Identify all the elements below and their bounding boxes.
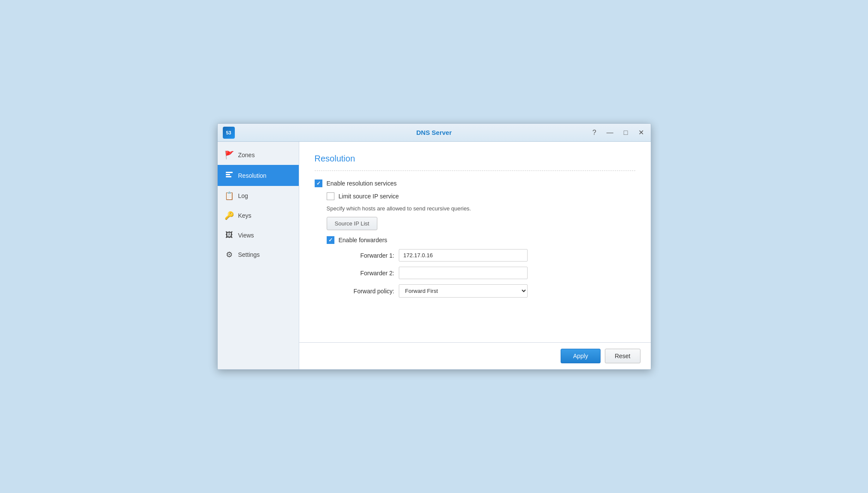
enable-forwarders-row: Enable forwarders	[327, 236, 635, 244]
enable-forwarders-checkbox[interactable]	[327, 236, 334, 244]
reset-button[interactable]: Reset	[605, 349, 640, 363]
titlebar: 53 DNS Server ? — □ ✕	[218, 124, 651, 142]
enable-resolution-checkbox[interactable]	[315, 180, 322, 187]
enable-resolution-row: Enable resolution services	[315, 180, 635, 187]
log-icon: 📋	[225, 191, 234, 201]
svg-rect-2	[226, 176, 231, 177]
sidebar-item-settings[interactable]: ⚙ Settings	[218, 245, 299, 265]
help-button[interactable]: ?	[591, 128, 598, 137]
sidebar-label-log: Log	[238, 192, 248, 199]
maximize-button[interactable]: □	[622, 128, 630, 137]
forwarder1-input[interactable]	[399, 249, 528, 262]
resolution-icon	[225, 170, 234, 181]
sidebar-label-views: Views	[238, 232, 254, 239]
sidebar: 🚩 Zones Resolution 📋 Log 🔑 K	[218, 142, 299, 369]
content-area: 🚩 Zones Resolution 📋 Log 🔑 K	[218, 142, 651, 369]
views-icon: 🖼	[225, 231, 234, 240]
settings-icon: ⚙	[225, 250, 234, 259]
window-title: DNS Server	[416, 129, 452, 136]
window-controls: ? — □ ✕	[591, 128, 646, 137]
sidebar-item-resolution[interactable]: Resolution	[218, 165, 299, 186]
sidebar-item-views[interactable]: 🖼 Views	[218, 225, 299, 245]
footer-bar: Apply Reset	[299, 342, 651, 369]
enable-forwarders-label: Enable forwarders	[339, 237, 388, 243]
sidebar-label-resolution: Resolution	[238, 172, 267, 179]
minimize-button[interactable]: —	[605, 128, 615, 137]
section-title: Resolution	[315, 154, 635, 164]
app-logo: 53	[223, 127, 235, 139]
enable-resolution-label: Enable resolution services	[327, 180, 397, 187]
forwarder2-label: Forwarder 2:	[339, 270, 395, 277]
forwarder2-input[interactable]	[399, 267, 528, 279]
help-text: Specify which hosts are allowed to send …	[327, 205, 635, 212]
source-ip-list-button[interactable]: Source IP List	[327, 217, 378, 230]
section-divider	[315, 170, 635, 171]
sidebar-item-keys[interactable]: 🔑 Keys	[218, 206, 299, 225]
app-window: 53 DNS Server ? — □ ✕ 🚩 Zones	[217, 123, 651, 370]
limit-source-ip-row: Limit source IP service	[327, 192, 635, 200]
keys-icon: 🔑	[225, 211, 234, 220]
forward-policy-label: Forward policy:	[339, 288, 395, 295]
sidebar-item-log[interactable]: 📋 Log	[218, 186, 299, 206]
forwarder1-label: Forwarder 1:	[339, 252, 395, 259]
zones-icon: 🚩	[225, 150, 234, 160]
main-panel: Resolution Enable resolution services Li…	[299, 142, 651, 369]
svg-rect-0	[226, 172, 233, 173]
limit-source-ip-checkbox[interactable]	[327, 192, 334, 200]
svg-rect-1	[226, 174, 230, 175]
limit-source-ip-label: Limit source IP service	[339, 193, 399, 200]
forward-policy-select[interactable]: Forward First Forward Only No Forward	[399, 284, 528, 298]
sidebar-label-settings: Settings	[238, 251, 260, 258]
sidebar-item-zones[interactable]: 🚩 Zones	[218, 145, 299, 165]
forwarder2-row: Forwarder 2:	[339, 267, 635, 279]
forwarder1-row: Forwarder 1:	[339, 249, 635, 262]
close-button[interactable]: ✕	[637, 128, 646, 137]
sidebar-label-zones: Zones	[238, 152, 255, 158]
main-content: Resolution Enable resolution services Li…	[299, 142, 651, 342]
forward-policy-row: Forward policy: Forward First Forward On…	[339, 284, 635, 298]
sidebar-label-keys: Keys	[238, 212, 252, 219]
apply-button[interactable]: Apply	[561, 349, 601, 363]
